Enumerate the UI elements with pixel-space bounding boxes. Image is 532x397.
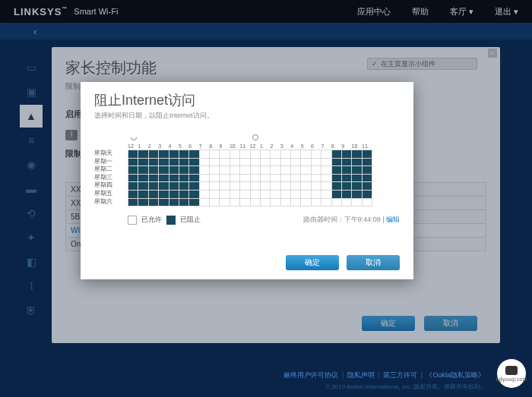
schedule-cell[interactable] [352, 198, 362, 206]
schedule-cell[interactable] [321, 174, 331, 182]
schedule-cell[interactable] [189, 150, 199, 159]
schedule-cell[interactable] [311, 190, 321, 198]
schedule-cell[interactable] [138, 174, 148, 182]
schedule-cell[interactable] [148, 174, 158, 182]
footer-link[interactable]: 隐私声明 [347, 371, 375, 379]
schedule-cell[interactable] [230, 166, 239, 175]
schedule-cell[interactable] [250, 190, 260, 198]
schedule-cell[interactable] [220, 198, 230, 206]
schedule-cell[interactable] [189, 158, 199, 166]
schedule-cell[interactable] [128, 166, 138, 175]
schedule-cell[interactable] [291, 182, 301, 191]
schedule-cell[interactable] [240, 190, 250, 198]
schedule-cell[interactable] [159, 174, 169, 182]
schedule-cell[interactable] [220, 182, 230, 191]
schedule-cell[interactable] [352, 174, 362, 182]
schedule-cell[interactable] [199, 198, 209, 206]
schedule-cell[interactable] [341, 166, 351, 175]
schedule-cell[interactable] [352, 150, 362, 159]
schedule-cell[interactable] [321, 158, 331, 166]
schedule-cell[interactable] [311, 182, 321, 191]
schedule-cell[interactable] [159, 182, 169, 191]
schedule-cell[interactable] [362, 150, 372, 159]
schedule-cell[interactable] [138, 198, 148, 206]
schedule-cell[interactable] [291, 158, 301, 166]
footer-link[interactable]: 第三方许可 [383, 371, 417, 379]
schedule-cell[interactable] [271, 158, 280, 166]
schedule-cell[interactable] [230, 174, 239, 182]
schedule-cell[interactable] [240, 182, 250, 191]
schedule-cell[interactable] [138, 190, 148, 198]
schedule-cell[interactable] [138, 150, 148, 159]
schedule-cell[interactable] [362, 198, 372, 206]
schedule-cell[interactable] [321, 166, 331, 175]
schedule-cell[interactable] [148, 150, 158, 159]
schedule-cell[interactable] [280, 190, 290, 198]
schedule-cell[interactable] [280, 150, 290, 159]
schedule-cell[interactable] [341, 182, 351, 191]
schedule-cell[interactable] [169, 166, 179, 175]
schedule-cell[interactable] [260, 182, 270, 191]
schedule-cell[interactable] [250, 150, 260, 159]
schedule-cell[interactable] [301, 174, 311, 182]
schedule-cell[interactable] [341, 174, 351, 182]
schedule-cell[interactable] [220, 150, 230, 159]
schedule-cell[interactable] [321, 182, 331, 191]
schedule-cell[interactable] [271, 166, 280, 175]
schedule-cell[interactable] [148, 190, 158, 198]
footer-link[interactable]: 《Ookla隐私策略》 [426, 371, 485, 379]
schedule-cell[interactable] [169, 150, 179, 159]
schedule-cell[interactable] [260, 190, 270, 198]
schedule-cell[interactable] [321, 150, 331, 159]
schedule-cell[interactable] [280, 158, 290, 166]
schedule-cell[interactable] [331, 182, 341, 191]
schedule-cell[interactable] [240, 198, 250, 206]
schedule-cell[interactable] [138, 182, 148, 191]
schedule-cell[interactable] [280, 174, 290, 182]
schedule-cell[interactable] [341, 150, 351, 159]
schedule-cell[interactable] [331, 158, 341, 166]
schedule-cell[interactable] [240, 150, 250, 159]
schedule-cell[interactable] [311, 166, 321, 175]
schedule-cells[interactable] [128, 150, 372, 206]
schedule-cell[interactable] [250, 158, 260, 166]
schedule-cell[interactable] [128, 198, 138, 206]
schedule-cell[interactable] [230, 198, 239, 206]
schedule-cell[interactable] [159, 166, 169, 175]
schedule-cell[interactable] [352, 190, 362, 198]
schedule-cell[interactable] [159, 190, 169, 198]
schedule-cell[interactable] [199, 166, 209, 175]
schedule-cell[interactable] [311, 158, 321, 166]
schedule-cell[interactable] [220, 166, 230, 175]
schedule-cell[interactable] [169, 174, 179, 182]
schedule-cell[interactable] [291, 190, 301, 198]
schedule-cell[interactable] [148, 158, 158, 166]
schedule-cell[interactable] [169, 198, 179, 206]
schedule-cell[interactable] [240, 158, 250, 166]
schedule-cell[interactable] [280, 182, 290, 191]
schedule-cell[interactable] [260, 150, 270, 159]
schedule-cell[interactable] [301, 190, 311, 198]
schedule-cell[interactable] [210, 198, 220, 206]
schedule-cell[interactable] [199, 190, 209, 198]
schedule-cell[interactable] [199, 158, 209, 166]
schedule-cell[interactable] [341, 158, 351, 166]
schedule-cell[interactable] [138, 166, 148, 175]
schedule-cell[interactable] [148, 198, 158, 206]
schedule-cell[interactable] [159, 150, 169, 159]
schedule-cell[interactable] [331, 190, 341, 198]
schedule-cell[interactable] [301, 158, 311, 166]
schedule-cell[interactable] [271, 182, 280, 191]
schedule-cell[interactable] [291, 174, 301, 182]
schedule-cell[interactable] [169, 182, 179, 191]
schedule-cell[interactable] [169, 158, 179, 166]
edit-time-link[interactable]: 编辑 [386, 216, 400, 223]
schedule-cell[interactable] [148, 182, 158, 191]
schedule-cell[interactable] [291, 198, 301, 206]
schedule-cell[interactable] [230, 158, 239, 166]
schedule-cell[interactable] [260, 166, 270, 175]
schedule-cell[interactable] [362, 182, 372, 191]
schedule-cell[interactable] [240, 166, 250, 175]
schedule-cell[interactable] [220, 158, 230, 166]
schedule-cell[interactable] [179, 166, 188, 175]
